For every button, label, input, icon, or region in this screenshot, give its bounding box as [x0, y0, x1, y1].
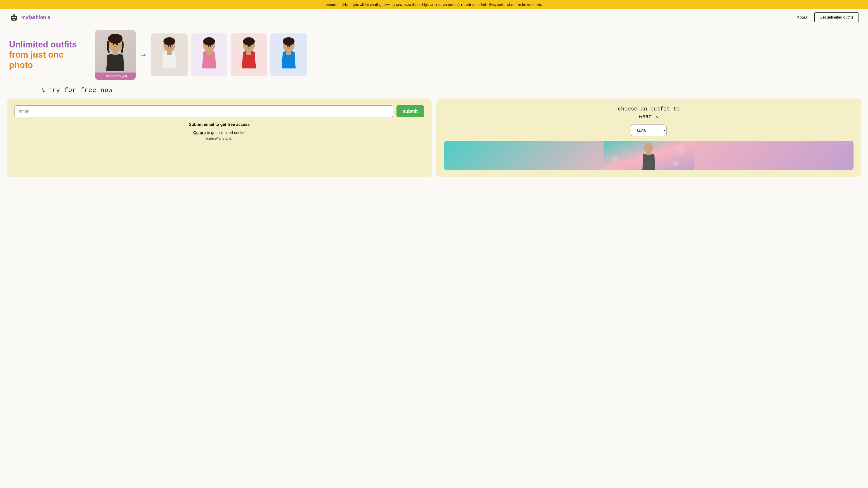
svg-rect-3 [13, 19, 15, 20]
person-outfit-3 [230, 33, 267, 76]
cancel-note: (cancel anytime) [14, 136, 424, 140]
person-outfit-2 [191, 33, 227, 76]
svg-rect-5 [14, 14, 14, 15]
try-arrow-icon: ↙ [39, 86, 47, 95]
svg-rect-39 [286, 51, 291, 55]
hero-section: Unlimited outfits from just one photo [0, 26, 868, 82]
svg-point-45 [612, 156, 618, 162]
cards-section: submit Submit email to get free access G… [0, 96, 868, 184]
svg-point-40 [287, 45, 289, 47]
svg-rect-18 [167, 51, 172, 55]
logo-icon [9, 12, 19, 22]
svg-point-41 [289, 45, 290, 47]
about-link[interactable]: About [797, 15, 807, 20]
svg-rect-0 [11, 15, 17, 21]
uploaded-photo [95, 30, 135, 80]
svg-rect-32 [246, 51, 251, 55]
person-outfit-1 [151, 33, 188, 76]
navbar: myfashion ai About Get unlimited outfits [0, 9, 868, 26]
svg-point-31 [243, 37, 255, 45]
svg-point-34 [249, 45, 251, 47]
announcement-text: Attention: This project will be winding … [326, 3, 542, 6]
outfit-photo-4 [270, 33, 307, 76]
logo[interactable]: myfashion ai [9, 12, 52, 22]
outfit-card-inner: choose an outfit towear ↘ suits casual f… [444, 105, 854, 170]
person-outfit-4 [270, 33, 307, 76]
try-text: Try for free now [48, 87, 113, 94]
svg-point-38 [283, 37, 294, 45]
svg-point-26 [208, 45, 209, 47]
svg-point-24 [203, 37, 215, 45]
outfit-photo-2 [191, 33, 227, 76]
svg-point-20 [170, 45, 171, 47]
outfit-photo-3 [230, 33, 267, 76]
nav-right: About Get unlimited outfits [797, 12, 859, 22]
get-unlimited-button[interactable]: Get unlimited outfits [814, 12, 859, 22]
svg-point-17 [163, 37, 175, 45]
svg-point-43 [644, 142, 653, 153]
outfit-photo-1 [151, 33, 188, 76]
go-pro-link[interactable]: Go pro [193, 131, 206, 135]
outfit-preview-svg [444, 141, 854, 170]
svg-rect-11 [113, 51, 118, 55]
svg-point-33 [248, 45, 249, 47]
person-svg-upload [95, 30, 135, 80]
hero-title: Unlimited outfits from just one photo [9, 39, 86, 70]
choose-outfit-text: choose an outfit towear ↘ [618, 105, 680, 121]
outfit-preview [444, 141, 854, 170]
outfit-card: choose an outfit towear ↘ suits casual f… [436, 98, 861, 177]
announcement-banner: Attention: This project will be winding … [0, 0, 868, 9]
svg-rect-25 [207, 51, 212, 55]
uploaded-label: uploaded by you [95, 72, 135, 80]
outfit-photos [151, 33, 307, 76]
try-section: ↙ Try for free now [0, 82, 868, 96]
svg-point-10 [108, 34, 123, 43]
hero-text: Unlimited outfits from just one photo [9, 39, 86, 70]
email-form: submit [14, 105, 424, 117]
svg-rect-2 [14, 17, 16, 18]
arrow-icon: → [139, 50, 147, 60]
email-card: submit Submit email to get free access G… [7, 98, 432, 177]
uploaded-photo-container: uploaded by you [95, 30, 135, 80]
email-description: Submit email to get free access [14, 122, 424, 127]
svg-point-12 [113, 43, 114, 45]
svg-rect-1 [12, 17, 13, 18]
svg-point-27 [210, 45, 211, 47]
submit-button[interactable]: submit [397, 105, 424, 117]
go-pro-line: Go pro to get unlimited outfits! [14, 131, 424, 135]
svg-rect-44 [647, 152, 651, 155]
go-pro-text: to get unlimited outfits! [206, 131, 245, 135]
svg-point-19 [168, 45, 169, 47]
svg-point-46 [676, 145, 685, 154]
svg-point-47 [673, 161, 679, 166]
email-input[interactable] [14, 105, 393, 117]
svg-point-13 [116, 43, 118, 45]
outfit-dropdown[interactable]: suits casual formal sporty summer [631, 125, 667, 136]
hero-images: uploaded by you → [95, 30, 859, 80]
logo-text: myfashion ai [21, 14, 52, 20]
